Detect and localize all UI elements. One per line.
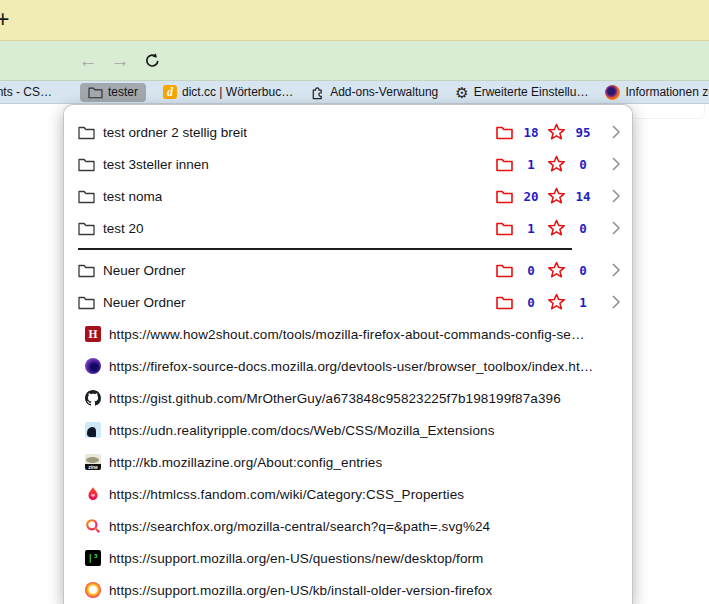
new-tab-button[interactable]: + bbox=[0, 6, 9, 33]
bookmark-label: tester bbox=[108, 85, 138, 99]
bookmark-label: Informationen zur F… bbox=[625, 85, 709, 99]
bookmark-toolbar-item-firefox-info[interactable]: Informationen zur F… bbox=[605, 85, 709, 100]
folder-group-top: test ordner 2 stellig breit 18 95 test 3… bbox=[64, 116, 632, 244]
mozilla-support-icon: |³ bbox=[85, 550, 101, 566]
back-button[interactable]: ← bbox=[72, 51, 104, 70]
puzzle-icon bbox=[310, 85, 325, 100]
folder-icon bbox=[78, 125, 95, 140]
bookmark-label: dict.cc | Wörterbuc… bbox=[182, 85, 293, 99]
bookmark-toolbar-item-addons[interactable]: Add-ons-Verwaltung bbox=[310, 85, 438, 100]
bookmark-label: Add-ons-Verwaltung bbox=[330, 85, 438, 99]
menu-separator bbox=[78, 248, 572, 250]
bookmarks-toolbar: ents - CS… tester d dict.cc | Wörterbuc…… bbox=[0, 81, 709, 104]
bookmark-row[interactable]: https://support.mozilla.org/en-US/kb/ins… bbox=[64, 574, 632, 604]
bookmark-row[interactable]: https://firefox-source-docs.mozilla.org/… bbox=[64, 350, 632, 382]
folder-icon bbox=[78, 157, 95, 172]
bookmark-toolbar-item-dict[interactable]: d dict.cc | Wörterbuc… bbox=[163, 85, 293, 99]
folder-row[interactable]: Neuer Ordner 0 0 bbox=[64, 254, 632, 286]
star-icon bbox=[547, 187, 566, 205]
browser-window: { "tab_bar": { "new_tab_button": "+" }, … bbox=[0, 0, 709, 604]
chevron-right-icon bbox=[612, 263, 620, 277]
bookmark-count: 1 bbox=[568, 295, 598, 310]
subfolder-count-icon bbox=[496, 221, 513, 236]
bookmark-row[interactable]: https://udn.realityripple.com/docs/Web/C… bbox=[64, 414, 632, 446]
bookmark-list: H https://www.how2shout.com/tools/mozill… bbox=[64, 318, 632, 604]
folder-group-bottom: Neuer Ordner 0 0 Neuer Ordner 0 1 bbox=[64, 254, 632, 318]
subfolder-count: 18 bbox=[517, 125, 545, 140]
folder-row[interactable]: test noma 20 14 bbox=[64, 180, 632, 212]
bookmark-toolbar-item-tester[interactable]: tester bbox=[80, 83, 146, 102]
bookmark-toolbar-item-documents[interactable]: ents - CS… bbox=[0, 85, 52, 99]
bookmark-count: 0 bbox=[568, 221, 598, 236]
chevron-right-icon bbox=[612, 125, 620, 139]
bookmark-url: https://gist.github.com/MrOtherGuy/a6738… bbox=[109, 391, 561, 406]
folder-icon bbox=[78, 189, 95, 204]
folder-label: test 20 bbox=[103, 221, 144, 236]
mozillazine-icon: zine bbox=[85, 454, 101, 470]
bookmark-url: https://udn.realityripple.com/docs/Web/C… bbox=[109, 423, 495, 438]
how2shout-icon: H bbox=[85, 326, 101, 342]
dict-logo-icon: d bbox=[163, 85, 177, 99]
fandom-icon bbox=[85, 486, 101, 502]
chevron-right-icon bbox=[612, 189, 620, 203]
subfolder-count-icon bbox=[496, 189, 513, 204]
firefox-support-icon bbox=[85, 582, 101, 598]
folder-row[interactable]: test 20 1 0 bbox=[64, 212, 632, 244]
bookmark-row[interactable]: H https://www.how2shout.com/tools/mozill… bbox=[64, 318, 632, 350]
navigation-toolbar: ← → bbox=[0, 41, 709, 81]
bookmarks-dropdown-panel: test ordner 2 stellig breit 18 95 test 3… bbox=[63, 104, 633, 604]
subfolder-count-icon bbox=[496, 295, 513, 310]
searchfox-icon bbox=[85, 518, 101, 534]
bookmark-url: https://www.how2shout.com/tools/mozilla-… bbox=[109, 327, 584, 342]
folder-icon bbox=[78, 221, 95, 236]
chevron-right-icon bbox=[612, 295, 620, 309]
folder-icon bbox=[78, 295, 95, 310]
folder-row[interactable]: test 3steller innen 1 0 bbox=[64, 148, 632, 180]
github-icon bbox=[85, 390, 101, 406]
folder-row[interactable]: Neuer Ordner 0 1 bbox=[64, 286, 632, 318]
star-icon bbox=[547, 261, 566, 279]
chevron-right-icon bbox=[612, 221, 620, 235]
star-icon bbox=[547, 123, 566, 141]
chevron-right-icon bbox=[612, 157, 620, 171]
subfolder-count-icon bbox=[496, 125, 513, 140]
forward-button[interactable]: → bbox=[104, 51, 136, 70]
gear-icon: ⚙ bbox=[455, 85, 468, 100]
folder-label: Neuer Ordner bbox=[103, 263, 186, 278]
subfolder-count: 0 bbox=[517, 295, 545, 310]
bookmark-row[interactable]: https://gist.github.com/MrOtherGuy/a6738… bbox=[64, 382, 632, 414]
folder-icon bbox=[88, 86, 103, 99]
bookmark-label: Erweiterte Einstellu… bbox=[474, 85, 589, 99]
realityripple-icon bbox=[85, 422, 101, 438]
folder-label: test 3steller innen bbox=[103, 157, 209, 172]
star-icon bbox=[547, 219, 566, 237]
bookmark-url: http://kb.mozillazine.org/About:config_e… bbox=[109, 455, 382, 470]
bookmark-url: https://support.mozilla.org/en-US/kb/ins… bbox=[109, 583, 492, 598]
subfolder-count: 20 bbox=[517, 189, 545, 204]
bookmark-row[interactable]: https://htmlcss.fandom.com/wiki/Category… bbox=[64, 478, 632, 510]
subfolder-count: 1 bbox=[517, 221, 545, 236]
subfolder-count-icon bbox=[496, 157, 513, 172]
folder-row[interactable]: test ordner 2 stellig breit 18 95 bbox=[64, 116, 632, 148]
firefox-docs-icon bbox=[85, 358, 101, 374]
bookmark-url: https://searchfox.org/mozilla-central/se… bbox=[109, 519, 490, 534]
bookmark-url: https://htmlcss.fandom.com/wiki/Category… bbox=[109, 487, 464, 502]
bookmark-count: 95 bbox=[568, 125, 598, 140]
bookmark-count: 0 bbox=[568, 263, 598, 278]
bookmark-label: ents - CS… bbox=[0, 85, 52, 99]
bookmark-count: 14 bbox=[568, 189, 598, 204]
bookmark-url: https://firefox-source-docs.mozilla.org/… bbox=[109, 359, 593, 374]
folder-label: test noma bbox=[103, 189, 162, 204]
bookmark-row[interactable]: zine http://kb.mozillazine.org/About:con… bbox=[64, 446, 632, 478]
tab-bar: + bbox=[0, 0, 709, 41]
subfolder-count-icon bbox=[496, 263, 513, 278]
reload-button[interactable] bbox=[136, 52, 168, 69]
bookmark-toolbar-item-settings[interactable]: ⚙ Erweiterte Einstellu… bbox=[455, 85, 588, 100]
bookmark-row[interactable]: https://searchfox.org/mozilla-central/se… bbox=[64, 510, 632, 542]
star-icon bbox=[547, 155, 566, 173]
folder-label: test ordner 2 stellig breit bbox=[103, 125, 247, 140]
bookmark-url: https://support.mozilla.org/en-US/questi… bbox=[109, 551, 483, 566]
bookmark-row[interactable]: |³ https://support.mozilla.org/en-US/que… bbox=[64, 542, 632, 574]
subfolder-count: 0 bbox=[517, 263, 545, 278]
firefox-logo-icon bbox=[605, 85, 620, 100]
